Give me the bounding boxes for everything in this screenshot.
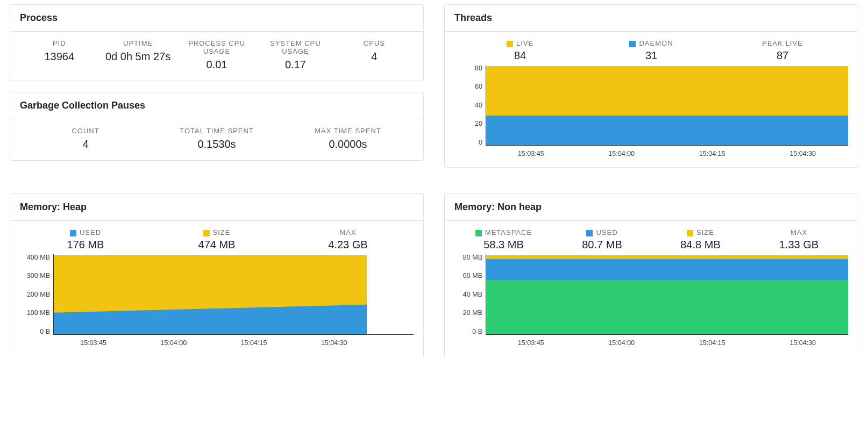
legend-value: 58.3 MB [454,239,553,251]
square-icon [687,230,693,236]
legend-max: MAX 1.33 GB [750,228,848,251]
process-stats: PID 13964 UPTIME 0d 0h 5m 27s PROCESS CP… [20,39,414,71]
legend-value: 176 MB [20,239,151,251]
x-tick: 15:04:15 [214,339,294,347]
square-icon [586,230,593,236]
stat-gc-max: MAX TIME SPENT 0.0000s [282,127,414,150]
process-card: Process PID 13964 UPTIME 0d 0h 5m 27s PR… [10,4,424,81]
stat-value: 4 [335,51,414,63]
svg-marker-0 [54,305,367,334]
legend-label-text: LIVE [516,39,533,47]
x-tick: 15:04:30 [758,339,849,347]
legend-value: 31 [586,49,717,62]
bottom-row: Memory: Heap USED 176 MB SIZE 474 MB MAX… [10,193,858,367]
stat-uptime: UPTIME 0d 0h 5m 27s [98,39,177,71]
y-tick: 400 MB [27,254,50,261]
x-tick: 15:03:45 [486,150,577,157]
y-tick: 100 MB [27,310,50,317]
legend-daemon: DAEMON 31 [586,39,717,62]
square-icon [475,230,482,236]
legend-label-text: METASPACE [485,228,532,236]
threads-chart: 80 60 40 20 0 15:03:45 [454,65,848,157]
x-tick: 15:04:30 [758,150,849,157]
heap-legend: USED 176 MB SIZE 474 MB MAX 4.23 GB [20,228,414,251]
square-icon [203,230,210,236]
y-tick: 40 MB [463,291,482,298]
legend-metaspace: METASPACE 58.3 MB [454,228,553,251]
plot-area [486,254,848,335]
y-tick: 0 [479,139,482,146]
y-tick: 40 [475,102,482,109]
stat-cpus: CPUS 4 [335,39,414,71]
legend-size: SIZE 474 MB [151,228,282,251]
stat-value: 0.17 [256,59,335,71]
y-tick: 80 [475,65,482,72]
threads-card: Threads LIVE 84 DAEMON 31 PEAK LIVE 87 [444,4,858,168]
gc-card: Garbage Collection Pauses COUNT 4 TOTAL … [10,92,424,161]
heap-card: Memory: Heap USED 176 MB SIZE 474 MB MAX… [10,193,424,356]
stat-label: TOTAL TIME SPENT [151,127,282,135]
legend-label-text: DAEMON [639,39,673,47]
x-tick: 15:04:15 [667,150,758,157]
nonheap-chart: 80 MB 60 MB 40 MB 20 MB 0 B [454,254,848,347]
stat-pid: PID 13964 [20,39,98,71]
x-tick: 15:04:15 [667,339,758,347]
x-tick: 15:04:00 [577,150,667,157]
legend-label-text: PEAK LIVE [762,39,802,47]
legend-live: LIVE 84 [454,39,586,62]
plot-area [53,254,414,335]
stat-label: MAX TIME SPENT [282,127,414,135]
stat-value: 0d 0h 5m 27s [98,51,177,63]
x-tick: 15:04:00 [133,339,214,347]
legend-value: 4.23 GB [282,239,414,251]
y-tick: 80 MB [463,254,482,261]
legend-size: SIZE 84.8 MB [651,228,750,251]
y-tick: 200 MB [27,291,50,298]
heap-title: Memory: Heap [10,194,423,221]
x-tick: 15:04:00 [577,339,667,347]
legend-peak: PEAK LIVE 87 [717,39,848,62]
heap-chart: 400 MB 300 MB 200 MB 100 MB 0 B [20,254,414,347]
top-row: Process PID 13964 UPTIME 0d 0h 5m 27s PR… [10,4,858,178]
x-tick: 15:04:30 [294,339,374,347]
y-tick: 20 MB [463,310,482,317]
stat-system-cpu: SYSTEM CPU USAGE 0.17 [256,39,335,71]
stat-label: COUNT [20,127,151,135]
gc-stats: COUNT 4 TOTAL TIME SPENT 0.1530s MAX TIM… [20,127,414,150]
y-tick: 0 B [40,328,50,335]
stat-label: UPTIME [98,39,177,47]
stat-value: 0.1530s [151,138,282,150]
x-axis: 15:03:45 15:04:00 15:04:15 15:04:30 [20,335,374,347]
y-axis: 400 MB 300 MB 200 MB 100 MB 0 B [20,254,53,335]
legend-used: USED 176 MB [20,228,151,251]
stat-label: PID [20,39,98,47]
square-icon [507,41,513,47]
y-tick: 0 B [472,328,482,335]
legend-used: USED 80.7 MB [553,228,651,251]
legend-value: 87 [717,49,848,62]
series-metaspace [486,280,848,334]
legend-label-text: USED [80,228,101,236]
stat-value: 4 [20,138,151,150]
gc-title: Garbage Collection Pauses [10,92,423,119]
y-axis: 80 MB 60 MB 40 MB 20 MB 0 B [454,254,486,335]
y-tick: 300 MB [27,272,50,279]
legend-value: 84 [454,49,586,62]
stat-value: 0.01 [177,59,256,71]
process-title: Process [10,5,423,32]
y-axis: 80 60 40 20 0 [454,65,486,146]
nonheap-legend: METASPACE 58.3 MB USED 80.7 MB SIZE 84.8… [454,228,848,251]
stat-label: CPUS [335,39,414,47]
stat-value: 13964 [20,51,98,63]
legend-label-text: SIZE [213,228,231,236]
stat-label: PROCESS CPU USAGE [177,39,256,55]
stat-gc-count: COUNT 4 [20,127,151,150]
legend-value: 474 MB [151,239,282,251]
x-tick: 15:03:45 [53,339,133,347]
series-used [54,254,367,334]
y-tick: 20 [475,120,482,127]
stat-gc-total: TOTAL TIME SPENT 0.1530s [151,127,282,150]
y-tick: 60 [475,83,482,90]
square-icon [70,230,76,236]
stat-process-cpu: PROCESS CPU USAGE 0.01 [177,39,256,71]
